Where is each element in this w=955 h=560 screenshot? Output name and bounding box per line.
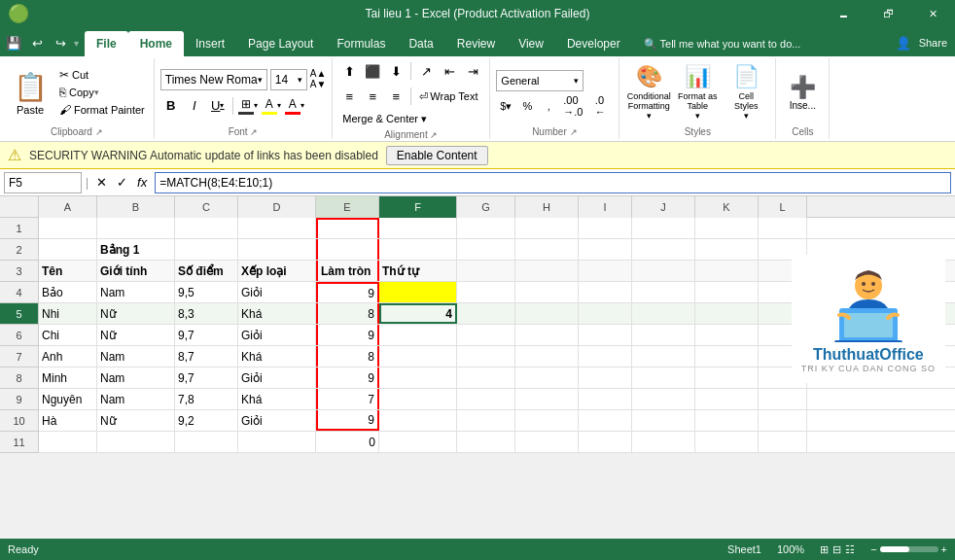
- font-decrease-btn[interactable]: A▼: [310, 80, 327, 89]
- formula-input[interactable]: =MATCH(8;E4:E10;1): [155, 172, 951, 193]
- row-num-1[interactable]: 1: [0, 218, 39, 239]
- font-name-dropdown[interactable]: Times New Roma ▾: [160, 69, 267, 90]
- tab-home[interactable]: Home: [128, 31, 184, 56]
- conditional-formatting-button[interactable]: 🎨 ConditionalFormatting ▾: [625, 64, 672, 121]
- cell-g1[interactable]: [457, 218, 515, 238]
- cell-a10[interactable]: Hà: [39, 410, 97, 431]
- row-num-8[interactable]: 8: [0, 368, 39, 389]
- row-num-11[interactable]: 11: [0, 432, 39, 453]
- col-header-e[interactable]: E: [316, 196, 379, 218]
- cell-c3[interactable]: Số điểm: [175, 261, 238, 281]
- cell-i5[interactable]: [579, 303, 632, 324]
- cell-i10[interactable]: [579, 410, 632, 431]
- cell-k5[interactable]: [695, 303, 759, 324]
- cell-b11[interactable]: [97, 432, 175, 452]
- cell-i11[interactable]: [579, 432, 632, 452]
- cell-k8[interactable]: [695, 368, 759, 388]
- cell-b6[interactable]: Nữ: [97, 325, 175, 345]
- cell-h10[interactable]: [515, 410, 579, 431]
- cell-k2[interactable]: [695, 239, 759, 260]
- cell-l10[interactable]: [759, 410, 807, 431]
- cell-i9[interactable]: [579, 389, 632, 409]
- tab-file[interactable]: File: [85, 31, 128, 56]
- redo-quick-btn[interactable]: ↪: [51, 33, 70, 52]
- cell-i8[interactable]: [579, 368, 632, 388]
- dec-decrease-btn[interactable]: .0←: [587, 97, 613, 115]
- wrap-text-button[interactable]: ⏎ Wrap Text: [415, 88, 481, 105]
- cell-g10[interactable]: [457, 410, 515, 431]
- cell-j10[interactable]: [632, 410, 695, 431]
- cell-e5[interactable]: 8: [316, 303, 379, 324]
- tab-formulas[interactable]: Formulas: [325, 31, 397, 56]
- cell-b9[interactable]: Nam: [97, 389, 175, 409]
- cell-c4[interactable]: 9,5: [175, 282, 238, 302]
- number-format-dropdown[interactable]: General ▾: [496, 70, 584, 91]
- cell-e9[interactable]: 7: [316, 389, 379, 409]
- col-header-j[interactable]: J: [632, 196, 695, 218]
- bold-button[interactable]: B: [160, 95, 182, 117]
- cell-f5[interactable]: 4: [379, 303, 457, 324]
- tab-developer[interactable]: Developer: [555, 31, 632, 56]
- zoom-slider[interactable]: [880, 546, 938, 552]
- cell-l11[interactable]: [759, 432, 807, 452]
- account-icon[interactable]: 👤: [896, 36, 911, 51]
- cell-b1[interactable]: [97, 218, 175, 238]
- cell-k7[interactable]: [695, 346, 759, 367]
- enable-content-button[interactable]: Enable Content: [386, 146, 488, 165]
- cell-j5[interactable]: [632, 303, 695, 324]
- row-num-9[interactable]: 9: [0, 389, 39, 410]
- cell-e11[interactable]: 0: [316, 432, 379, 452]
- row-num-6[interactable]: 6: [0, 325, 39, 346]
- font-color-button[interactable]: A ▾: [284, 95, 305, 117]
- cell-j2[interactable]: [632, 239, 695, 260]
- cell-h2[interactable]: [515, 239, 579, 260]
- close-button[interactable]: ✕: [910, 0, 955, 27]
- dec-increase-btn[interactable]: .00→.0: [560, 97, 585, 115]
- cell-g11[interactable]: [457, 432, 515, 452]
- cell-reference-box[interactable]: F5: [4, 172, 82, 193]
- font-size-dropdown[interactable]: 14 ▾: [270, 69, 307, 90]
- cell-j3[interactable]: [632, 261, 695, 281]
- confirm-formula-btn[interactable]: ✓: [113, 174, 130, 192]
- cell-e6[interactable]: 9: [316, 325, 379, 345]
- font-increase-btn[interactable]: A▲: [310, 69, 327, 79]
- save-quick-btn[interactable]: 💾: [4, 33, 23, 52]
- cell-h9[interactable]: [515, 389, 579, 409]
- cell-i7[interactable]: [579, 346, 632, 367]
- restore-button[interactable]: 🗗: [866, 0, 910, 27]
- cell-f7[interactable]: [379, 346, 457, 367]
- minimize-button[interactable]: 🗕: [821, 0, 866, 27]
- row-num-10[interactable]: 10: [0, 410, 39, 432]
- cell-f9[interactable]: [379, 389, 457, 409]
- cell-c7[interactable]: 8,7: [175, 346, 238, 367]
- cell-j11[interactable]: [632, 432, 695, 452]
- format-painter-button[interactable]: 🖌 Format Painter: [56, 102, 148, 118]
- cell-h5[interactable]: [515, 303, 579, 324]
- cell-i4[interactable]: [579, 282, 632, 302]
- cell-k9[interactable]: [695, 389, 759, 409]
- cell-j1[interactable]: [632, 218, 695, 238]
- cell-a4[interactable]: Bảo: [39, 282, 97, 302]
- cell-h6[interactable]: [515, 325, 579, 345]
- cancel-formula-btn[interactable]: ✕: [92, 174, 110, 192]
- cell-b5[interactable]: Nữ: [97, 303, 175, 324]
- cell-c6[interactable]: 9,7: [175, 325, 238, 345]
- cell-d2[interactable]: [238, 239, 316, 260]
- cell-f2[interactable]: [379, 239, 457, 260]
- cell-g2[interactable]: [457, 239, 515, 260]
- cell-g8[interactable]: [457, 368, 515, 388]
- cell-k3[interactable]: [695, 261, 759, 281]
- tab-view[interactable]: View: [507, 31, 555, 56]
- row-num-2[interactable]: 2: [0, 239, 39, 261]
- paste-button[interactable]: 📋 Paste: [6, 63, 54, 122]
- zoom-out-btn[interactable]: −: [870, 543, 876, 555]
- cell-e2[interactable]: [316, 239, 379, 260]
- cell-g3[interactable]: [457, 261, 515, 281]
- share-icon[interactable]: Share: [919, 37, 947, 49]
- cell-g5[interactable]: [457, 303, 515, 324]
- format-table-button[interactable]: 📊 Format asTable ▾: [674, 64, 721, 121]
- cell-k11[interactable]: [695, 432, 759, 452]
- row-num-7[interactable]: 7: [0, 346, 39, 368]
- zoom-in-btn[interactable]: +: [941, 543, 947, 555]
- merge-center-button[interactable]: Merge & Center ▾: [338, 111, 431, 127]
